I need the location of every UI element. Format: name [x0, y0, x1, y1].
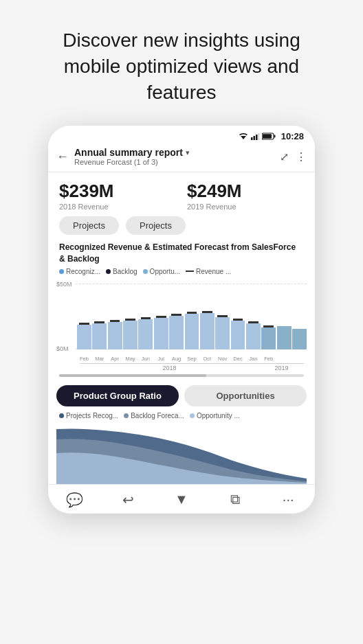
bar-fill [261, 327, 276, 349]
metric-value-2018: $239M [59, 181, 176, 202]
nav-more[interactable]: ··· [261, 492, 315, 508]
bar-chart: $50M $0M FebMarAprMayJunJulAugSepOctNovD… [56, 281, 307, 363]
legend-item: Revenue ... [186, 268, 231, 275]
bar-fill [108, 322, 122, 349]
x-label: Feb [77, 356, 91, 362]
header-actions: ⤢ ⋮ [280, 150, 307, 163]
more-options-icon[interactable]: ⋮ [296, 150, 307, 163]
x-label: Feb [261, 356, 276, 362]
bar-fill [215, 317, 230, 349]
bar-group [108, 284, 122, 349]
svg-rect-1 [251, 137, 253, 140]
x-label: Mar [92, 356, 107, 362]
chart1-section: Recognized Revenue & Estimated Forecast … [48, 242, 315, 371]
y-label-bottom: $0M [56, 345, 69, 352]
bar-group [185, 284, 199, 349]
bar-fill [169, 316, 184, 349]
year-2019-label: 2019 [259, 363, 304, 371]
bar-fill [246, 323, 261, 349]
area-chart [56, 422, 307, 484]
x-label [292, 356, 307, 362]
nav-back[interactable]: ↩ [102, 492, 155, 508]
bar-fill [200, 313, 214, 349]
x-label [277, 356, 292, 362]
x-label: May [123, 356, 138, 362]
x-label: Jul [154, 356, 168, 362]
back-button[interactable]: ← [56, 150, 69, 164]
filter-pill-1[interactable]: Projects [59, 216, 119, 235]
svg-marker-0 [241, 136, 246, 139]
x-label: Dec [231, 356, 245, 362]
nav-filter[interactable]: ▼ [155, 492, 208, 508]
tab-btn-0[interactable]: Product Group Ratio [56, 385, 179, 406]
nav-layers[interactable]: ⧉ [208, 492, 262, 508]
scroll-indicator [59, 374, 304, 377]
title-chevron-icon: ▾ [186, 148, 190, 157]
bar-fill [277, 326, 292, 349]
svg-rect-7 [274, 135, 275, 138]
bar-fill [185, 314, 199, 349]
x-label: Aug [169, 356, 184, 362]
report-subtitle: Revenue Forcast (1 of 3) [74, 158, 280, 166]
filter-pill-2[interactable]: Projects [126, 216, 186, 235]
bars-area [77, 284, 307, 349]
legend-item: Recogniz... [59, 268, 100, 275]
bar-group [261, 284, 276, 349]
bar-group [169, 284, 184, 349]
expand-icon[interactable]: ⤢ [280, 150, 289, 163]
app-header: ← Annual summary report ▾ Revenue Forcas… [48, 144, 315, 172]
bottom-nav: 💬↩▼⧉··· [48, 484, 315, 514]
bar-fill [138, 319, 153, 349]
bar-group [77, 284, 91, 349]
svg-rect-6 [263, 135, 272, 139]
status-icons [239, 133, 276, 140]
tab-row: Product Group RatioOpportunities [48, 382, 315, 412]
filter-icon: ▼ [175, 492, 188, 507]
nav-chat[interactable]: 💬 [48, 492, 102, 508]
metric-2019: $249M 2019 Revenue [187, 181, 304, 211]
bar-group [138, 284, 153, 349]
chat-icon: 💬 [66, 492, 83, 508]
headline: Discover new insights using mobile optim… [44, 27, 319, 105]
bar-group [277, 284, 292, 349]
layers-icon: ⧉ [230, 492, 240, 507]
header-title-block: Annual summary report ▾ Revenue Forcast … [74, 147, 280, 166]
bar-group [92, 284, 107, 349]
metric-value-2019: $249M [187, 181, 304, 202]
chart1-legend: Recogniz...BacklogOpportu...Revenue ... [56, 265, 307, 278]
chart2-legend-item: Backlog Foreca... [124, 412, 184, 419]
y-label-top: $50M [56, 281, 72, 288]
battery-icon [262, 133, 276, 140]
bar-fill [92, 323, 107, 349]
report-title: Annual summary report [74, 147, 183, 158]
bar-fill [123, 321, 138, 349]
bar-group [200, 284, 214, 349]
scroll-thumb [59, 374, 206, 377]
metric-label-2019: 2019 Revenue [187, 203, 304, 211]
svg-rect-2 [253, 136, 255, 140]
bar-group [292, 284, 307, 349]
chart2-legend-item: Opportunity ... [190, 412, 240, 419]
bar-fill [154, 318, 168, 349]
back-icon: ↩ [122, 492, 134, 508]
chart1-title: Recognized Revenue & Estimated Forecast … [56, 242, 307, 265]
metric-label-2018: 2018 Revenue [59, 203, 176, 211]
x-label: Oct [200, 356, 214, 362]
bar-fill [292, 329, 307, 349]
bar-fill [231, 321, 245, 349]
svg-rect-4 [258, 133, 259, 140]
bar-group [231, 284, 245, 349]
metrics-row: $239M 2018 Revenue $249M 2019 Revenue [48, 172, 315, 214]
phone-frame: 10:28 ← Annual summary report ▾ Revenue … [48, 126, 315, 514]
chart2-legend-item: Projects Recog... [59, 412, 118, 419]
status-bar: 10:28 [48, 126, 315, 144]
bar-group [246, 284, 261, 349]
metric-2018: $239M 2018 Revenue [59, 181, 176, 211]
legend-item: Opportu... [143, 268, 180, 275]
tab-btn-1[interactable]: Opportunities [184, 385, 307, 406]
chart2-legend: Projects Recog...Backlog Foreca...Opport… [48, 412, 315, 422]
svg-rect-3 [256, 135, 258, 140]
year-2018-label: 2018 [80, 363, 259, 371]
bar-group [215, 284, 230, 349]
signal-icon [251, 133, 259, 140]
